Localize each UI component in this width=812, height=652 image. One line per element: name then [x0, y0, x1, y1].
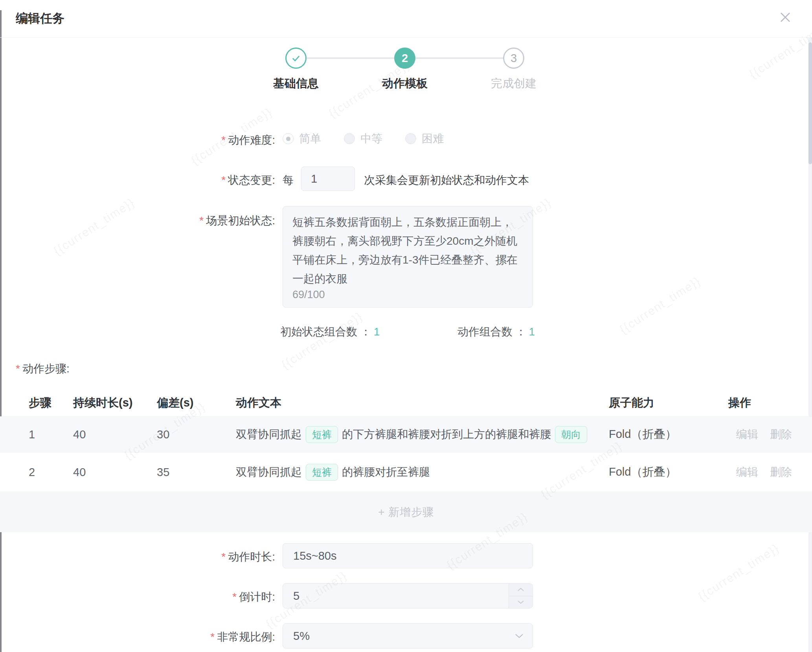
radio-circle[interactable] — [405, 133, 416, 144]
atomic-ability: Fold（折叠） — [609, 464, 676, 480]
object-tag: 短裤 — [306, 464, 338, 481]
chevron-down-icon — [517, 600, 524, 604]
step-connector — [307, 57, 394, 59]
state-change-label: *状态变更: — [0, 173, 275, 188]
step-3-circle: 3 — [503, 48, 524, 69]
action-text: 双臂协同抓起 短裤 的裤腰对折至裤腿 — [236, 464, 430, 481]
initial-combo: 初始状态组合数 ：1 — [280, 324, 380, 339]
char-counter: 69/100 — [292, 289, 325, 301]
chevron-down-icon — [514, 633, 524, 639]
action-combo: 动作组合数 ：1 — [457, 324, 535, 339]
step-3-label: 完成创建 — [474, 76, 553, 92]
state-change-input[interactable]: 1 — [301, 167, 355, 191]
radio-medium[interactable]: 中等 — [344, 131, 382, 146]
edit-link[interactable]: 编辑 — [736, 427, 758, 442]
scrollbar-thumb[interactable] — [808, 42, 812, 164]
dialog-title: 编辑任务 — [16, 10, 64, 27]
state-change-suffix: 次采集会更新初始状态和动作文本 — [364, 173, 529, 188]
initial-state-textarea[interactable]: 短裤五条数据背面朝上，五条数据正面朝上，裤腰朝右，离头部视野下方至少20cm之外… — [283, 206, 533, 308]
action-steps-label: *动作步骤: — [16, 361, 70, 376]
table-row: 2 40 35 双臂协同抓起 短裤 的裤腰对折至裤腿 Fold（折叠） 编辑 删… — [0, 452, 812, 492]
edit-task-dialog: {{current_time}}{{current_time}}{{curren… — [0, 0, 812, 652]
step-connector — [416, 57, 503, 59]
action-duration-label: *动作时长: — [0, 549, 275, 564]
edit-link[interactable]: 编辑 — [736, 465, 758, 480]
delete-link[interactable]: 删除 — [770, 465, 792, 480]
difficulty-radio-group: 简单 中等 困难 — [283, 131, 444, 146]
row-actions: 编辑 删除 — [736, 465, 792, 480]
action-combo-value: 1 — [529, 326, 535, 338]
atomic-ability: Fold（折叠） — [609, 427, 676, 442]
required-asterisk: * — [221, 134, 226, 146]
countdown-label: *倒计时: — [0, 590, 275, 604]
step-1-done-circle — [285, 48, 307, 69]
spinner-down-button[interactable] — [509, 596, 533, 608]
step-2-label: 动作模板 — [366, 76, 444, 92]
radio-circle-selected[interactable] — [283, 133, 294, 144]
delete-link[interactable]: 删除 — [770, 427, 792, 442]
combination-counts: 初始状态组合数 ：1 动作组合数 ：1 — [280, 324, 535, 339]
unusual-ratio-label: *非常规比例: — [0, 630, 275, 645]
countdown-input[interactable]: 5 — [283, 583, 533, 608]
action-duration-input[interactable]: 15s~80s — [283, 543, 533, 568]
initial-combo-value: 1 — [374, 326, 380, 338]
radio-easy[interactable]: 简单 — [283, 131, 321, 146]
initial-state-text: 短裤五条数据背面朝上，五条数据正面朝上，裤腰朝右，离头部视野下方至少20cm之外… — [292, 213, 523, 288]
row-actions: 编辑 删除 — [736, 427, 792, 442]
radio-hard[interactable]: 困难 — [405, 131, 444, 146]
add-step-band: + 新增步骤 — [0, 492, 812, 532]
step-1-label: 基础信息 — [257, 76, 335, 92]
close-icon[interactable] — [778, 10, 792, 24]
radio-circle[interactable] — [344, 133, 355, 144]
table-row: 1 40 30 双臂协同抓起 短裤 的下方裤腿和裤腰对折到上方的裤腿和裤腰 朝向… — [0, 416, 812, 452]
orientation-tag: 朝向 — [555, 426, 587, 443]
difficulty-label: *动作难度: — [0, 133, 275, 148]
check-icon — [290, 53, 301, 64]
chevron-up-icon — [517, 588, 524, 592]
spinner-up-button[interactable] — [509, 584, 533, 596]
steps-table-header: 步骤 持续时长(s) 偏差(s) 动作文本 原子能力 操作 — [0, 392, 812, 416]
step-2-circle: 2 — [394, 48, 415, 69]
state-change-prefix: 每 — [283, 173, 294, 188]
action-text: 双臂协同抓起 短裤 的下方裤腿和裤腰对折到上方的裤腿和裤腰 朝向 — [236, 426, 591, 443]
unusual-ratio-select[interactable]: 5% — [283, 623, 533, 648]
add-step-button[interactable]: + 新增步骤 — [378, 505, 434, 520]
header-divider — [0, 37, 812, 38]
number-spinner — [509, 584, 533, 608]
initial-state-label: *场景初始状态: — [0, 213, 275, 228]
object-tag: 短裤 — [306, 426, 338, 443]
